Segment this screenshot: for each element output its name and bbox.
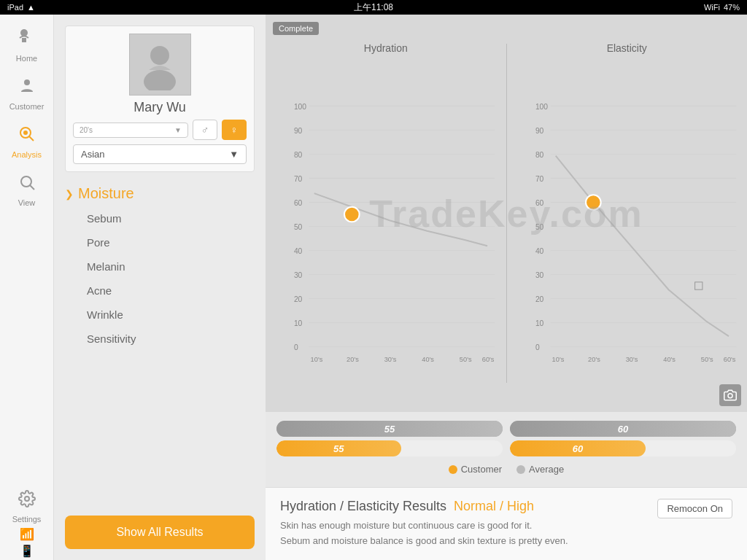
svg-text:60's: 60's bbox=[482, 356, 495, 363]
wifi-signal-icon: WiFi bbox=[704, 3, 720, 12]
svg-point-70 bbox=[728, 394, 732, 398]
carrier-label: iPad bbox=[7, 3, 23, 12]
hydration-title: Hydration bbox=[266, 36, 506, 57]
sidebar-home-label: Home bbox=[16, 54, 37, 63]
left-panel: Mary Wu 20's ▼ ♂ ♀ Asian ▼ ❯ bbox=[54, 15, 266, 560]
age-select[interactable]: 20's ▼ bbox=[73, 122, 188, 138]
hydration-chart: Hydration 100 90 80 70 60 50 40 30 20 10 bbox=[266, 15, 506, 412]
hydration-bar-gray: 55 bbox=[276, 421, 503, 437]
sidebar-item-view[interactable]: View bbox=[0, 166, 53, 214]
sidebar-item-customer[interactable]: Customer bbox=[0, 70, 53, 118]
hydration-bar-orange-track: 55 bbox=[276, 440, 503, 456]
sidebar-item-home[interactable]: Home bbox=[0, 22, 53, 70]
analysis-menu-sebum[interactable]: Sebum bbox=[65, 206, 255, 230]
hydration-bar-orange-fill: 55 bbox=[276, 440, 401, 456]
analysis-menu-acne[interactable]: Acne bbox=[65, 279, 255, 303]
analysis-menu: ❯ Moisture Sebum Pore Melanin Acne Wrink… bbox=[65, 181, 255, 351]
wifi-icon: ▲ bbox=[27, 3, 35, 12]
analysis-menu-wrinkle[interactable]: Wrinkle bbox=[65, 303, 255, 327]
svg-text:20's: 20's bbox=[347, 356, 359, 363]
svg-point-9 bbox=[150, 46, 169, 65]
svg-text:60: 60 bbox=[294, 199, 303, 207]
gender-female-btn[interactable]: ♀ bbox=[222, 120, 247, 140]
svg-text:50: 50 bbox=[535, 223, 543, 231]
elasticity-svg-wrapper: 100 90 80 70 60 50 40 30 20 10 0 bbox=[507, 57, 748, 412]
analysis-menu-melanin[interactable]: Melanin bbox=[65, 254, 255, 279]
wifi-bottom-icon: 📶 bbox=[20, 527, 34, 541]
legend-row: Customer Average bbox=[276, 460, 736, 478]
moisture-chevron-icon: ❯ bbox=[65, 188, 74, 200]
gender-male-btn[interactable]: ♂ bbox=[193, 120, 217, 140]
filter-row-age: 20's ▼ ♂ ♀ bbox=[73, 120, 247, 140]
bar-row-gray: 55 60 bbox=[276, 421, 736, 437]
sidebar-analysis-label: Analysis bbox=[12, 150, 42, 159]
score-bars: 55 60 55 60 bbox=[266, 412, 747, 487]
age-chevron-icon: ▼ bbox=[174, 126, 182, 134]
svg-point-62 bbox=[586, 195, 601, 210]
sidebar-item-settings[interactable]: Settings bbox=[0, 483, 53, 531]
legend-customer-dot bbox=[449, 465, 457, 474]
elasticity-score-gray: 60 bbox=[618, 424, 628, 435]
svg-text:90: 90 bbox=[294, 127, 303, 135]
svg-text:10's: 10's bbox=[311, 356, 323, 363]
elasticity-title: Elasticity bbox=[507, 36, 748, 57]
profile-card: Mary Wu 20's ▼ ♂ ♀ Asian ▼ bbox=[65, 26, 255, 172]
sidebar-item-analysis[interactable]: Analysis bbox=[0, 118, 53, 166]
analysis-menu-pore[interactable]: Pore bbox=[65, 230, 255, 254]
right-panel: Complete TradeKey.com Hydration 100 90 8… bbox=[266, 15, 747, 560]
ethnicity-select[interactable]: Asian ▼ bbox=[73, 144, 247, 164]
ethnicity-chevron-icon: ▼ bbox=[229, 149, 239, 160]
svg-point-33 bbox=[344, 207, 360, 222]
svg-point-5 bbox=[21, 176, 31, 187]
svg-text:30's: 30's bbox=[384, 356, 397, 363]
svg-point-4 bbox=[23, 131, 28, 135]
svg-text:70: 70 bbox=[535, 175, 543, 183]
elasticity-score-orange: 60 bbox=[573, 443, 583, 454]
elasticity-bar-gray-fill: 60 bbox=[510, 421, 736, 437]
elasticity-chart: Elasticity 100 90 80 70 60 50 40 30 20 1… bbox=[507, 15, 748, 412]
svg-text:10: 10 bbox=[294, 319, 303, 327]
bar-row-orange: 55 60 bbox=[276, 440, 736, 456]
analysis-active-item[interactable]: ❯ Moisture bbox=[65, 181, 255, 206]
svg-text:20's: 20's bbox=[588, 356, 600, 363]
sidebar-settings-label: Settings bbox=[12, 515, 42, 524]
results-title: Hydration / Elasticity Results bbox=[280, 499, 446, 514]
svg-text:40: 40 bbox=[535, 247, 543, 255]
results-desc1: Skin has enough moisture but continuous … bbox=[280, 518, 732, 534]
sidebar-view-label: View bbox=[18, 198, 36, 207]
svg-text:10: 10 bbox=[535, 319, 543, 327]
app-container: Home Customer Analysis View Settings bbox=[0, 15, 747, 560]
svg-text:50's: 50's bbox=[460, 356, 472, 363]
svg-text:20: 20 bbox=[535, 295, 543, 303]
hydration-score-gray: 55 bbox=[384, 424, 395, 435]
camera-icon-button[interactable] bbox=[719, 384, 741, 406]
legend-average-label: Average bbox=[529, 464, 564, 475]
sidebar: Home Customer Analysis View Settings bbox=[0, 15, 54, 560]
svg-text:90: 90 bbox=[535, 127, 543, 135]
hydration-score-orange: 55 bbox=[333, 443, 344, 454]
svg-point-1 bbox=[24, 79, 30, 85]
svg-text:0: 0 bbox=[294, 343, 298, 351]
svg-text:40: 40 bbox=[294, 247, 303, 255]
show-all-results-button[interactable]: Show All Results bbox=[65, 516, 255, 549]
hydration-bar-gray-fill: 55 bbox=[276, 421, 503, 437]
home-icon bbox=[18, 29, 36, 51]
svg-line-6 bbox=[30, 185, 34, 190]
svg-text:100: 100 bbox=[294, 103, 306, 111]
profile-name: Mary Wu bbox=[133, 100, 186, 115]
sidebar-customer-label: Customer bbox=[9, 102, 44, 111]
battery-label: 47% bbox=[724, 3, 740, 12]
status-time: 上午11:08 bbox=[354, 1, 393, 14]
svg-text:40's: 40's bbox=[422, 356, 434, 363]
svg-text:60: 60 bbox=[535, 199, 543, 207]
svg-text:40's: 40's bbox=[663, 356, 676, 363]
results-desc2: Sebum and moisture balance is good and s… bbox=[280, 534, 732, 549]
complete-badge: Complete bbox=[273, 22, 319, 35]
age-value: 20's bbox=[80, 126, 93, 134]
ethnicity-value: Asian bbox=[81, 149, 105, 160]
remocon-button[interactable]: Remocon On bbox=[657, 499, 732, 518]
svg-point-7 bbox=[25, 497, 29, 501]
results-area: Remocon On Hydration / Elasticity Result… bbox=[266, 487, 747, 560]
analysis-menu-sensitivity[interactable]: Sensitivity bbox=[65, 327, 255, 351]
analysis-icon bbox=[18, 125, 36, 147]
